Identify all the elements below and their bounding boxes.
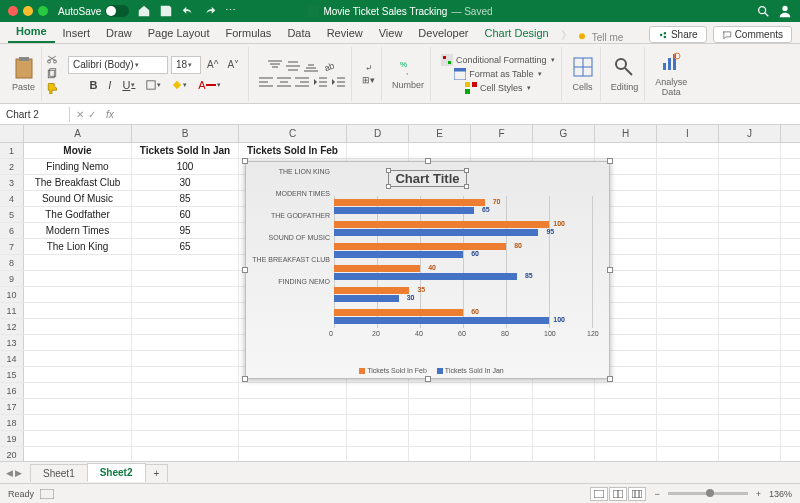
cell[interactable] — [719, 207, 781, 222]
cell[interactable] — [657, 447, 719, 461]
cell[interactable] — [719, 223, 781, 238]
resize-handle[interactable] — [242, 158, 248, 164]
tab-chart-design[interactable]: Chart Design — [477, 23, 557, 43]
cell[interactable] — [471, 415, 533, 430]
merge-button[interactable]: ⊞▾ — [362, 75, 375, 85]
cell[interactable] — [24, 335, 132, 350]
row-header[interactable]: 4 — [0, 191, 24, 206]
home-icon[interactable] — [137, 4, 151, 18]
row-header[interactable]: 1 — [0, 143, 24, 158]
cell[interactable] — [657, 191, 719, 206]
cell[interactable]: 65 — [132, 239, 239, 254]
row-header[interactable]: 16 — [0, 383, 24, 398]
row-header[interactable]: 13 — [0, 335, 24, 350]
cell[interactable] — [657, 335, 719, 350]
cell[interactable] — [132, 431, 239, 446]
bar[interactable]: 95 — [334, 229, 538, 236]
tab-draw[interactable]: Draw — [98, 23, 140, 43]
cell[interactable] — [533, 431, 595, 446]
bar[interactable]: 65 — [334, 207, 474, 214]
cell[interactable] — [657, 415, 719, 430]
cell[interactable] — [657, 303, 719, 318]
cell[interactable] — [471, 447, 533, 461]
cell[interactable]: The Breakfast Club — [24, 175, 132, 190]
cell[interactable] — [533, 383, 595, 398]
row-header[interactable]: 14 — [0, 351, 24, 366]
cell[interactable]: Modern Times — [24, 223, 132, 238]
cell[interactable] — [132, 287, 239, 302]
row-header[interactable]: 20 — [0, 447, 24, 461]
row-header[interactable]: 9 — [0, 271, 24, 286]
cell[interactable] — [595, 143, 657, 158]
cell[interactable] — [132, 335, 239, 350]
row-header[interactable]: 17 — [0, 399, 24, 414]
cell[interactable]: The Godfather — [24, 207, 132, 222]
row-header[interactable]: 2 — [0, 159, 24, 174]
cell[interactable] — [347, 431, 409, 446]
col-header-f[interactable]: F — [471, 125, 533, 142]
cell[interactable] — [657, 175, 719, 190]
row-header[interactable]: 18 — [0, 415, 24, 430]
col-header-i[interactable]: I — [657, 125, 719, 142]
cell[interactable] — [24, 271, 132, 286]
share-button[interactable]: Share — [649, 26, 707, 43]
page-layout-view-icon[interactable] — [609, 487, 627, 501]
cell[interactable] — [533, 415, 595, 430]
cell[interactable] — [719, 255, 781, 270]
embedded-chart[interactable]: Chart Title 0204060801001207065100958060… — [245, 161, 610, 379]
cell[interactable] — [657, 207, 719, 222]
select-all-button[interactable] — [0, 125, 24, 142]
increase-font-icon[interactable]: A^ — [204, 58, 221, 71]
cell[interactable] — [719, 271, 781, 286]
tab-page-layout[interactable]: Page Layout — [140, 23, 218, 43]
resize-handle[interactable] — [425, 376, 431, 382]
tab-developer[interactable]: Developer — [410, 23, 476, 43]
tab-review[interactable]: Review — [319, 23, 371, 43]
font-color-button[interactable]: A▾ — [194, 78, 224, 92]
save-icon[interactable] — [159, 4, 173, 18]
align-top-icon[interactable] — [268, 60, 282, 72]
decrease-indent-icon[interactable] — [313, 76, 327, 88]
tab-insert[interactable]: Insert — [55, 23, 99, 43]
wrap-text-button[interactable]: ⤶ — [365, 63, 373, 73]
row-header[interactable]: 5 — [0, 207, 24, 222]
cell[interactable]: Tickets Sold In Jan — [132, 143, 239, 158]
autosave-toggle[interactable]: AutoSave — [58, 5, 129, 17]
cell[interactable]: 85 — [132, 191, 239, 206]
cell[interactable] — [347, 143, 409, 158]
col-header-j[interactable]: J — [719, 125, 781, 142]
analyse-group[interactable]: Analyse Data — [649, 47, 693, 101]
paste-group[interactable]: Paste — [6, 47, 42, 101]
cell[interactable] — [719, 431, 781, 446]
comments-button[interactable]: Comments — [713, 26, 792, 43]
cell[interactable] — [132, 383, 239, 398]
cell[interactable] — [595, 399, 657, 414]
cell[interactable] — [24, 367, 132, 382]
col-header-a[interactable]: A — [24, 125, 132, 142]
row-header[interactable]: 3 — [0, 175, 24, 190]
cell[interactable] — [24, 319, 132, 334]
normal-view-icon[interactable] — [590, 487, 608, 501]
number-format-button[interactable]: %, — [399, 58, 417, 78]
view-buttons[interactable] — [590, 487, 646, 501]
cell[interactable] — [595, 431, 657, 446]
align-right-icon[interactable] — [295, 76, 309, 88]
minimize-icon[interactable] — [23, 6, 33, 16]
col-header-h[interactable]: H — [595, 125, 657, 142]
switch-icon[interactable] — [105, 5, 129, 17]
cancel-formula-icon[interactable]: ✕ — [76, 109, 84, 120]
cell[interactable] — [409, 447, 471, 461]
cell[interactable] — [657, 351, 719, 366]
col-header-c[interactable]: C — [239, 125, 347, 142]
italic-button[interactable]: I — [104, 78, 115, 92]
cell[interactable] — [719, 415, 781, 430]
cell[interactable] — [347, 415, 409, 430]
conditional-formatting-button[interactable]: Conditional Formatting▾ — [441, 54, 555, 66]
format-painter-icon[interactable] — [46, 82, 58, 94]
cell[interactable]: 30 — [132, 175, 239, 190]
cell[interactable] — [719, 239, 781, 254]
cell[interactable] — [657, 399, 719, 414]
cell[interactable] — [657, 319, 719, 334]
row-header[interactable]: 19 — [0, 431, 24, 446]
cell[interactable] — [657, 383, 719, 398]
